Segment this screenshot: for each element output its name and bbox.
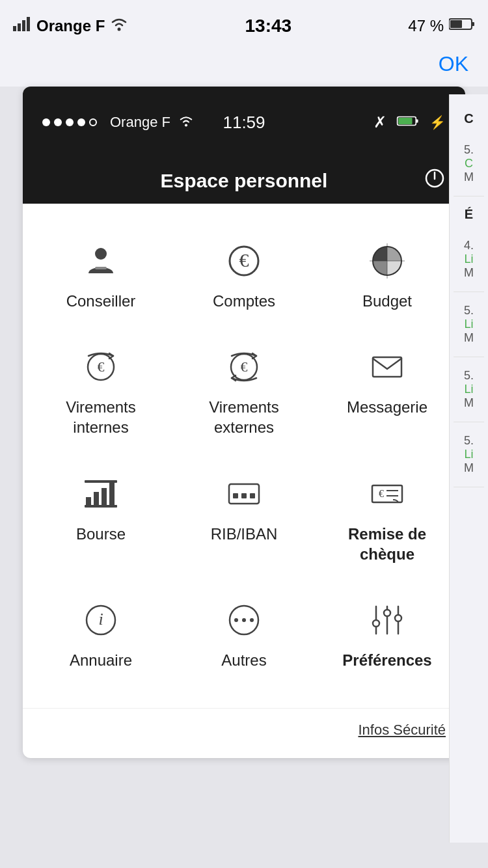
menu-item-virements-externes[interactable]: € Virements externes [172, 329, 316, 455]
messagerie-label: Messagerie [347, 397, 427, 417]
annuaire-icon: i [78, 601, 124, 640]
svg-point-52 [395, 615, 401, 621]
right-panel-item-4: 5. Li M [454, 357, 484, 422]
virements-internes-label: Virements internes [66, 397, 136, 437]
preferences-label: Préférences [342, 650, 431, 670]
right-panel-item-5: 5. Li M [454, 422, 484, 487]
status-bar: Orange F 13:43 47 % [0, 0, 488, 52]
svg-rect-37 [372, 485, 402, 502]
svg-point-45 [242, 618, 246, 622]
battery-percent: 47 % [408, 17, 444, 35]
right-panel-item-1: 5. C M [454, 131, 484, 197]
svg-rect-34 [233, 493, 238, 498]
bourse-label: Bourse [76, 524, 126, 544]
menu-item-bourse[interactable]: Bourse [29, 456, 172, 582]
svg-point-4 [118, 28, 121, 31]
autres-label: Autres [221, 650, 266, 670]
right-panel-section-e: É [454, 197, 484, 227]
conseiller-icon [78, 241, 124, 280]
signal-icon [13, 17, 31, 35]
dot4 [77, 118, 85, 126]
right-panel-item-3: 5. Li M [454, 292, 484, 357]
comptes-icon: € [221, 241, 267, 280]
virements-internes-icon: € [78, 347, 124, 387]
right-panel: C 5. C M É 4. Li M 5. Li M 5. Li M 5. Li… [449, 94, 488, 843]
app-title-bar: Espace personnel [23, 158, 465, 204]
svg-rect-11 [398, 118, 412, 124]
menu-item-conseiller[interactable]: Conseiller [29, 223, 172, 329]
menu-item-remise-cheque[interactable]: € Remise de chèque [316, 456, 459, 582]
svg-rect-26 [373, 357, 401, 377]
app-status-left: Orange F [42, 114, 194, 131]
wifi-icon [110, 17, 128, 35]
menu-item-annuaire[interactable]: i Annuaire [29, 582, 172, 688]
svg-point-14 [95, 248, 107, 260]
virements-externes-label: Virements externes [209, 397, 279, 437]
svg-rect-1 [18, 23, 21, 31]
rib-iban-label: RIB/IBAN [211, 524, 278, 544]
dot3 [66, 118, 74, 126]
svg-rect-15 [95, 267, 107, 269]
svg-rect-36 [250, 493, 255, 498]
app-status-bar: Orange F 11:59 ✗ ⚡ [23, 87, 465, 158]
signal-dots [42, 118, 97, 126]
svg-rect-0 [13, 26, 16, 31]
svg-rect-7 [450, 20, 462, 28]
power-button[interactable] [424, 167, 446, 195]
svg-text:€: € [241, 359, 248, 375]
right-panel-header: C [454, 101, 484, 131]
carrier-name: Orange F [36, 17, 105, 35]
menu-item-messagerie[interactable]: Messagerie [316, 329, 459, 455]
svg-text:€: € [98, 359, 105, 375]
svg-point-50 [384, 610, 390, 616]
ok-button-row: OK [0, 52, 488, 87]
dot2 [54, 118, 62, 126]
svg-point-44 [234, 618, 238, 622]
status-left: Orange F [13, 17, 128, 35]
menu-item-preferences[interactable]: Préférences [316, 582, 459, 688]
ok-button[interactable]: OK [439, 52, 468, 76]
budget-icon [364, 241, 410, 280]
svg-rect-31 [85, 480, 117, 483]
charging-icon: ⚡ [429, 115, 446, 130]
menu-item-virements-internes[interactable]: € Virements internes [29, 329, 172, 455]
svg-text:i: i [98, 610, 103, 629]
svg-text:€: € [239, 249, 249, 271]
bluetooth-icon: ✗ [373, 113, 386, 131]
battery-icon [449, 17, 475, 35]
app-carrier: Orange F [110, 114, 170, 131]
status-time: 13:43 [245, 16, 292, 36]
menu-item-rib-iban[interactable]: RIB/IBAN [172, 456, 316, 582]
security-link[interactable]: Infos Sécurité [358, 722, 446, 739]
svg-rect-2 [22, 20, 25, 31]
svg-point-51 [373, 620, 379, 627]
menu-item-budget[interactable]: Budget [316, 223, 459, 329]
menu-item-autres[interactable]: Autres [172, 582, 316, 688]
messagerie-icon [364, 347, 410, 387]
menu-grid: Conseiller € Comptes [23, 204, 465, 708]
budget-label: Budget [362, 291, 412, 311]
app-title: Espace personnel [161, 170, 328, 192]
autres-icon [221, 601, 267, 640]
annuaire-label: Annuaire [70, 650, 132, 670]
app-wifi-icon [178, 114, 194, 131]
svg-text:€: € [379, 488, 384, 499]
rib-iban-icon [221, 474, 267, 513]
preferences-icon [364, 601, 410, 640]
remise-cheque-icon: € [364, 474, 410, 513]
svg-rect-32 [85, 505, 117, 508]
dot1 [42, 118, 50, 126]
conseiller-label: Conseiller [66, 291, 136, 311]
status-right: 47 % [408, 17, 475, 35]
app-battery-icon [396, 114, 420, 131]
remise-cheque-label: Remise de chèque [348, 524, 426, 564]
svg-point-8 [185, 124, 187, 127]
svg-point-46 [250, 618, 254, 622]
menu-item-comptes[interactable]: € Comptes [172, 223, 316, 329]
svg-rect-10 [416, 120, 418, 123]
svg-rect-30 [109, 483, 115, 508]
app-time: 11:59 [223, 113, 265, 133]
app-status-right: ✗ ⚡ [373, 113, 446, 131]
security-footer: Infos Sécurité [23, 708, 465, 758]
right-panel-item-2: 4. Li M [454, 227, 484, 292]
